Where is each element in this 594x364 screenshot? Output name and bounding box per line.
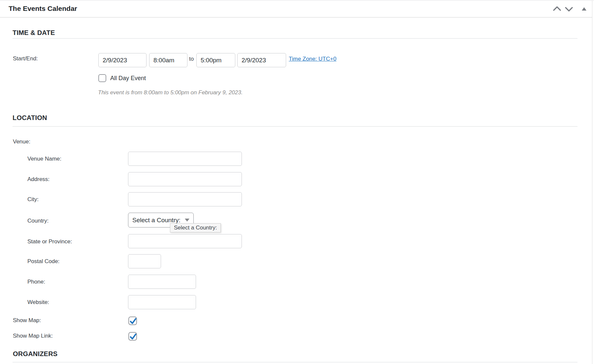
phone-input[interactable]: [128, 275, 196, 289]
chevron-up-icon: [553, 6, 561, 12]
start-date-input[interactable]: [98, 53, 147, 67]
show-map-link-label: Show Map Link:: [13, 333, 53, 339]
address-input[interactable]: [128, 172, 242, 186]
state-province-input[interactable]: [128, 234, 242, 248]
event-time-summary: This event is from 8:00am to 5:00pm on F…: [98, 89, 243, 96]
country-label: Country:: [27, 218, 49, 224]
state-province-label: State or Province:: [27, 238, 72, 245]
move-up-button[interactable]: [552, 4, 562, 14]
end-time-input[interactable]: [196, 53, 235, 67]
venue-name-label: Venue Name:: [27, 156, 61, 162]
check-icon: [129, 317, 137, 325]
website-input[interactable]: [128, 295, 196, 309]
dropdown-arrow-icon: [185, 219, 189, 222]
metabox-right-border: [592, 1, 592, 364]
end-date-input[interactable]: [237, 53, 286, 67]
events-calendar-metabox: The Events Calendar TIME & DATE Start/En…: [0, 0, 594, 364]
show-map-link-checkbox[interactable]: [128, 332, 137, 341]
section-heading-organizers: ORGANIZERS: [13, 350, 57, 358]
section-heading-time-date: TIME & DATE: [13, 29, 55, 37]
section-divider: [13, 38, 578, 39]
section-divider: [13, 362, 578, 362]
section-heading-location: LOCATION: [13, 114, 47, 122]
move-down-button[interactable]: [564, 4, 574, 14]
start-time-input[interactable]: [149, 53, 187, 67]
start-end-label: Start/End:: [13, 55, 38, 62]
country-select-value: Select a Country:: [132, 217, 181, 224]
section-divider: [13, 126, 578, 127]
city-label: City:: [27, 196, 39, 203]
chevron-down-icon: [565, 6, 573, 12]
address-label: Address:: [27, 176, 50, 183]
all-day-event-label: All Day Event: [110, 75, 146, 82]
triangle-up-icon: [582, 7, 586, 11]
metabox-title: The Events Calendar: [9, 5, 77, 13]
postal-code-label: Postal Code:: [27, 258, 59, 265]
all-day-checkbox[interactable]: [98, 74, 106, 82]
toggle-panel-button[interactable]: [579, 4, 589, 14]
timezone-link[interactable]: Time Zone: UTC+0: [289, 56, 336, 62]
venue-label: Venue:: [13, 138, 30, 145]
to-label: to: [189, 56, 194, 62]
city-input[interactable]: [128, 192, 242, 206]
phone-label: Phone:: [27, 279, 45, 285]
venue-name-input[interactable]: [128, 152, 242, 166]
website-label: Website:: [27, 299, 49, 306]
show-map-label: Show Map:: [13, 317, 41, 324]
metabox-header: The Events Calendar: [0, 1, 592, 17]
show-map-checkbox[interactable]: [128, 317, 137, 325]
check-icon: [129, 333, 137, 341]
postal-code-input[interactable]: [128, 254, 161, 268]
country-tooltip: Select a Country:: [170, 223, 221, 232]
